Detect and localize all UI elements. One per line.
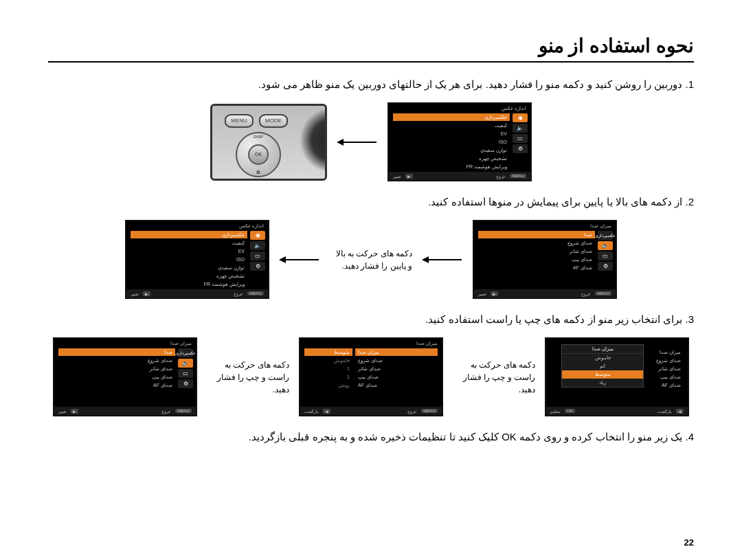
list-item[interactable]: میزان صدا [355,348,438,356]
list-item[interactable]: ISO [393,138,510,146]
list-item[interactable]: صدای بیپ [478,256,595,263]
gear-icon: ⚙ [518,146,523,152]
screen-header: اندازه عکس [239,223,264,229]
list-item[interactable]: صدای بیپ [355,373,438,381]
list-item[interactable]: تشخیص چهره [393,155,510,162]
tab-display[interactable]: ▭ [513,134,528,143]
tab-sound[interactable]: 🔈 [178,359,193,368]
tab-sound[interactable]: 🔈 [598,241,613,250]
arrow-left-icon [279,255,320,265]
list-item[interactable]: صدای شروع [478,239,595,247]
list-item[interactable]: صدای شاتر [355,365,438,372]
svg-marker-3 [279,256,286,263]
list-item[interactable]: ویرایش هوشمند FR [131,280,247,288]
list-item[interactable]: صدای AF [355,381,438,389]
display-icon: ▭ [517,135,523,142]
list-item[interactable]: ویرایش هوشمند FR [393,163,510,170]
dpad-up-label: DISP [236,135,281,139]
list-item[interactable]: صدا [58,348,175,356]
gear-icon: ⚙ [183,381,188,387]
display-icon: ▭ [603,253,608,259]
menu-button[interactable]: MENU [225,114,254,128]
list-item[interactable]: صدا [478,231,595,238]
list-item[interactable]: صدای شاتر [58,365,175,372]
list-item[interactable]: توازن سفیدی [393,146,510,154]
speaker-icon: 🔈 [517,125,524,131]
value-item: 1 [304,373,352,381]
list-item[interactable]: تشخیص چهره [131,272,247,280]
list-item: صدای شاتر [642,365,684,372]
list-item[interactable]: صدای بیپ [58,373,175,381]
popup-option[interactable]: زیاد [562,379,643,387]
gear-icon: ⚙ [256,263,260,269]
screen-header: اندازه عکس [502,106,526,111]
list-item[interactable]: EV [393,130,510,137]
tab-settings[interactable]: ⚙ [250,262,265,271]
step-1-text: 1. دوربین را روشن کنید و دکمه منو را فشا… [48,76,694,93]
step-3-text: 3. برای انتخاب زیر منو از دکمه های چپ یا… [48,311,694,328]
camera-body-diagram: MENU MODE DISP OK ✿ [210,104,327,181]
speaker-icon: 🔈 [182,360,189,366]
screen-shooting-menu: اندازه عکس ◉ 🔈 ▭ ⚙ عکسبرداری کیفیت EV IS… [387,102,532,181]
popup-option[interactable]: خاموش [562,354,643,362]
arrow-left-icon [337,137,378,147]
tab-shoot[interactable]: عکسبرداری [178,348,193,357]
list-item[interactable]: کیفیت [131,239,247,247]
value-item: 1 [304,365,352,372]
tab-settings[interactable]: ⚙ [513,144,528,153]
svg-marker-1 [337,139,344,146]
list-item[interactable]: عکسبرداری [393,113,510,121]
mode-button[interactable]: MODE [259,114,288,128]
tab-settings[interactable]: ⚙ [178,379,193,388]
tab-display[interactable]: ▭ [250,251,265,260]
screen-sound-values: میزان صدا میزان صدا صدای شروع صدای شاتر … [299,337,443,416]
lens-shadow [287,102,325,179]
speaker-icon: 🔈 [602,243,609,249]
screen-volume-popup: میزان صدا صدای شروع صدای شاتر صدای بیپ ص… [545,337,689,416]
popup-title: میزان صدا [562,345,643,354]
list-item[interactable]: صدای شروع [58,357,175,364]
menu-list: عکسبرداری کیفیت EV ISO توازن سفیدی تشخیص… [393,113,510,170]
camera-icon: ◉ [518,115,523,121]
screen-sound-menu-3a: میزان صدا عکسبرداری 🔈 ▭ ⚙ صدا صدای شروع … [53,337,197,416]
step-3-row: میزان صدا عکسبرداری 🔈 ▭ ⚙ صدا صدای شروع … [48,337,694,416]
list-item[interactable]: عکسبرداری [131,231,247,238]
tab-shoot[interactable]: عکسبرداری [598,231,613,240]
tab-display[interactable]: ▭ [178,369,193,378]
value-item: خاموش [304,357,352,364]
speaker-icon: 🔈 [254,243,261,249]
gear-icon: ⚙ [603,263,608,269]
popup-option[interactable]: کم [562,362,643,370]
list-item[interactable]: توازن سفیدی [131,264,247,271]
popup-option[interactable]: متوسط [562,370,643,379]
instruction-leftright-a: دکمه های حرکت به راست و چپ را فشار دهید. [207,359,289,396]
list-item[interactable]: صدای AF [58,381,175,389]
list-item[interactable]: صدای شروع [355,357,438,364]
list-item: صدای AF [642,381,684,389]
list-item[interactable]: صدای AF [478,264,595,271]
tab-display[interactable]: ▭ [598,251,613,260]
tab-shoot[interactable]: ◉ [513,113,528,122]
instruction-updown: دکمه های حرکت به بالا و پایین را فشار ده… [330,247,412,272]
display-icon: ▭ [183,370,188,377]
screen-sound-menu: میزان صدا عکسبرداری 🔈 ▭ ⚙ صدا صدای شروع … [473,220,617,299]
screen-header: میزان صدا [590,223,611,229]
list-item: صدای بیپ [642,373,684,381]
list-item[interactable]: کیفیت [393,122,510,129]
list-item[interactable]: EV [131,247,247,255]
list-item[interactable]: ISO [131,256,247,263]
step-4-text: 4. یک زیر منو را انتخاب کرده و روی دکمه … [48,429,694,445]
menu-chip: MENU [510,174,526,178]
dpad[interactable]: DISP OK ✿ [236,132,281,177]
svg-marker-5 [422,256,429,263]
tab-settings[interactable]: ⚙ [598,262,613,271]
page-title: نحوه استفاده از منو [48,34,694,57]
tab-sound[interactable]: 🔈 [250,241,265,250]
camera-icon: ◉ [256,232,260,238]
list-item[interactable]: صدای شاتر [478,247,595,255]
screen-footer: MENUخروج ▶تغییر [389,172,530,180]
ok-button[interactable]: OK [248,144,269,165]
tab-sound[interactable]: 🔈 [513,124,528,133]
page-number: 22 [684,537,694,548]
tab-shoot[interactable]: ◉ [250,231,265,240]
